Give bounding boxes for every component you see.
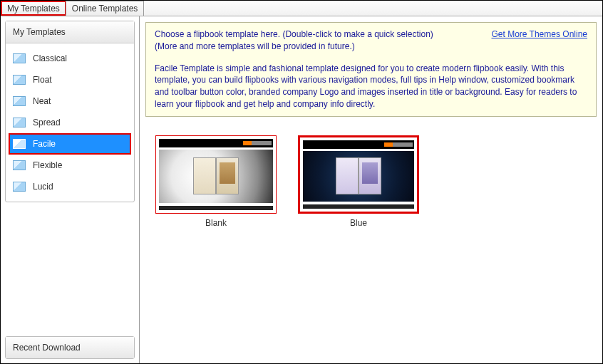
- template-icon: [13, 96, 26, 106]
- template-chooser-window: My Templates Online Templates My Templat…: [0, 0, 603, 364]
- page-right-icon: [216, 157, 239, 194]
- sidebar-group-recent[interactable]: Recent Download: [5, 336, 135, 359]
- thumb-bottombar: [159, 206, 273, 210]
- sidebar-item-float[interactable]: Float: [9, 69, 131, 90]
- theme-thumbnail: [155, 135, 277, 214]
- info-description: Facile Template is simple and fashional …: [155, 63, 587, 110]
- sidebar-list: Classical Float Neat Spread: [6, 43, 134, 202]
- sidebar-header: My Templates: [6, 21, 134, 43]
- sidebar-item-neat[interactable]: Neat: [9, 90, 131, 112]
- sidebar-item-label: Neat: [33, 96, 51, 106]
- logo-icon: [243, 141, 272, 145]
- book-icon: [336, 157, 381, 194]
- theme-card-blank[interactable]: Blank: [155, 135, 277, 228]
- thumb-toolbar: [159, 139, 273, 147]
- sidebar-item-lucid[interactable]: Lucid: [9, 176, 131, 197]
- thumb-bottombar: [303, 204, 414, 209]
- page-right-icon: [359, 157, 381, 194]
- sidebar-item-label: Flexible: [33, 160, 62, 170]
- theme-caption: Blue: [298, 218, 419, 228]
- sidebar-item-label: Float: [33, 75, 52, 85]
- sidebar-item-classical[interactable]: Classical: [9, 48, 131, 69]
- tab-bar: My Templates Online Templates: [1, 1, 602, 16]
- sidebar-item-label: Lucid: [33, 182, 53, 192]
- template-icon: [13, 53, 26, 63]
- thumb-scene: [159, 150, 273, 203]
- sidebar-item-facile[interactable]: Facile: [9, 133, 131, 155]
- info-line-2: (More and more templates will be provide…: [155, 41, 587, 53]
- sidebar-item-label: Classical: [33, 53, 67, 63]
- sidebar-group-templates: My Templates Classical Float Neat: [5, 21, 135, 202]
- theme-thumbnail: [298, 135, 419, 214]
- sidebar: My Templates Classical Float Neat: [1, 16, 140, 363]
- theme-caption: Blank: [155, 218, 277, 228]
- sidebar-item-label: Facile: [33, 139, 56, 149]
- sidebar-item-spread[interactable]: Spread: [9, 112, 131, 133]
- sidebar-item-label: Spread: [33, 118, 61, 128]
- page-left-icon: [336, 157, 359, 194]
- tab-online-templates[interactable]: Online Templates: [66, 1, 145, 16]
- sidebar-item-flexible[interactable]: Flexible: [9, 155, 131, 176]
- book-icon: [193, 157, 239, 194]
- logo-icon: [384, 142, 413, 147]
- thumb-toolbar: [303, 140, 414, 149]
- recent-download-header: Recent Download: [6, 337, 134, 358]
- thumb-scene: [303, 151, 414, 202]
- template-icon: [13, 118, 26, 128]
- template-icon: [13, 182, 26, 192]
- template-icon: [13, 160, 26, 170]
- body: My Templates Classical Float Neat: [1, 16, 602, 363]
- template-icon: [13, 139, 26, 149]
- get-more-themes-link[interactable]: Get More Themes Online: [491, 28, 587, 41]
- template-icon: [13, 75, 26, 85]
- page-left-icon: [193, 157, 216, 194]
- tab-my-templates[interactable]: My Templates: [1, 1, 66, 16]
- info-box: Get More Themes Online Choose a flipbook…: [145, 22, 597, 117]
- theme-card-blue[interactable]: Blue: [298, 135, 419, 228]
- main-panel: Get More Themes Online Choose a flipbook…: [140, 16, 602, 363]
- theme-gallery: Blank Blue: [145, 123, 597, 241]
